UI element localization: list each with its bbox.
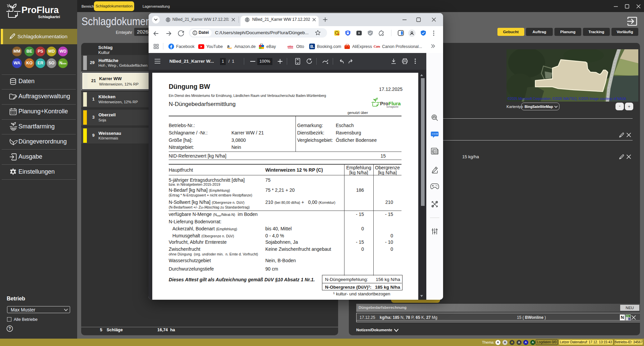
svg-text:otto: otto	[287, 45, 293, 48]
svg-text:Canon: Canon	[374, 45, 380, 48]
svg-text:B.: B.	[310, 44, 314, 49]
svg-text:PK: PK	[627, 315, 629, 317]
svg-text:?: ?	[8, 326, 11, 331]
